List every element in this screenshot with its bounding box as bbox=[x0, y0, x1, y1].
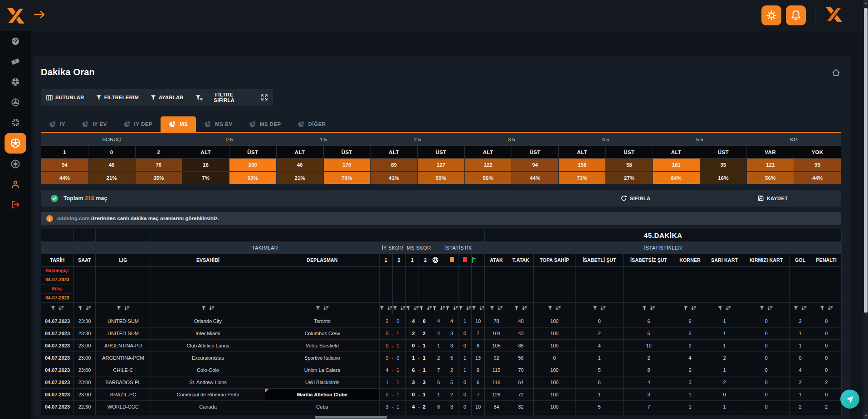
column-filter-icon[interactable] bbox=[642, 306, 647, 311]
save-button[interactable]: KAYDET bbox=[704, 190, 841, 207]
sidebar-item-user[interactable] bbox=[0, 174, 31, 194]
toolbar-button-sütunlar[interactable]: SÜTUNLAR bbox=[46, 95, 84, 101]
match-row[interactable]: 04.07.2023 23:00 ARGENTINA-PD Club Atlet… bbox=[41, 339, 842, 352]
column-sort-icon[interactable] bbox=[427, 305, 432, 311]
sidebar-item-live-soccer[interactable] bbox=[5, 133, 26, 154]
column-filter-cell[interactable] bbox=[472, 302, 485, 315]
column-filter-icon[interactable] bbox=[718, 306, 722, 311]
sidebar-item-ball-gear[interactable] bbox=[0, 154, 31, 174]
column-sort-icon[interactable] bbox=[209, 305, 215, 311]
telegram-fab-button[interactable] bbox=[840, 390, 859, 409]
column-filter-cell[interactable] bbox=[674, 302, 706, 315]
tab-iy-dep[interactable]: IY DEP bbox=[115, 116, 161, 132]
notifications-button[interactable] bbox=[786, 5, 806, 25]
column-filter-cell[interactable] bbox=[458, 302, 472, 315]
tab-ms[interactable]: MS bbox=[161, 116, 196, 132]
column-sort-icon[interactable] bbox=[691, 305, 697, 311]
home-icon[interactable] bbox=[832, 69, 840, 76]
match-row[interactable]: 04.07.2023 23:00 BARBADOS-PL St. Andrew … bbox=[41, 376, 842, 388]
column-sort-icon[interactable] bbox=[59, 305, 64, 311]
column-sort-icon[interactable] bbox=[600, 305, 606, 311]
column-sort-icon[interactable] bbox=[726, 305, 731, 311]
filter-start-date[interactable]: 04-07-2023 bbox=[41, 275, 73, 284]
app-logo[interactable] bbox=[6, 7, 26, 24]
sidebar-toggle-arrow-icon[interactable] bbox=[34, 10, 45, 21]
column-filter-cell[interactable] bbox=[575, 302, 624, 315]
expand-table-button[interactable] bbox=[261, 94, 268, 101]
column-filter-icon[interactable] bbox=[380, 306, 384, 311]
column-filter-icon[interactable] bbox=[548, 306, 552, 311]
column-filter-icon[interactable] bbox=[201, 306, 206, 311]
toolbar-button-ayarlar[interactable]: AYARLAR bbox=[151, 95, 184, 101]
column-filter-icon[interactable] bbox=[316, 306, 320, 311]
match-row[interactable]: 04.07.2023 23:30 UNITED-SUM Orlando City… bbox=[41, 315, 842, 327]
column-filter-icon[interactable] bbox=[593, 306, 597, 311]
column-filter-cell[interactable] bbox=[265, 302, 380, 315]
match-row[interactable]: 04.07.2023 23:00 CHILE-C Colo-Colo Union… bbox=[41, 364, 842, 376]
notice-link[interactable]: oddslog.com bbox=[57, 216, 90, 221]
column-sort-icon[interactable] bbox=[650, 305, 655, 311]
column-filter-cell[interactable] bbox=[74, 302, 96, 315]
sidebar-item-soccer-ball-alt[interactable] bbox=[0, 92, 31, 112]
column-sort-icon[interactable] bbox=[387, 305, 393, 311]
column-filter-cell[interactable] bbox=[432, 302, 445, 315]
column-filter-cell[interactable] bbox=[151, 302, 265, 315]
column-sort-icon[interactable] bbox=[466, 305, 472, 311]
column-sort-icon[interactable] bbox=[479, 305, 485, 311]
column-filter-cell[interactable] bbox=[811, 302, 842, 315]
vertical-scrollbar-thumb[interactable] bbox=[864, 8, 868, 313]
column-filter-icon[interactable] bbox=[432, 306, 437, 311]
column-filter-icon[interactable] bbox=[820, 306, 824, 311]
column-filter-cell[interactable] bbox=[419, 302, 432, 315]
column-sort-icon[interactable] bbox=[440, 305, 445, 311]
column-sort-icon[interactable] bbox=[556, 305, 561, 311]
column-filter-cell[interactable] bbox=[706, 302, 743, 315]
sidebar-item-ticket[interactable] bbox=[0, 51, 31, 72]
column-sort-icon[interactable] bbox=[522, 305, 527, 311]
column-filter-cell[interactable] bbox=[96, 302, 151, 315]
toolbar-button-fi̇ltre-sifirla[interactable]: FİLTRE SIFIRLA bbox=[195, 92, 243, 103]
column-filter-cell[interactable] bbox=[41, 302, 74, 315]
column-filter-cell[interactable] bbox=[380, 302, 393, 315]
column-filter-cell[interactable] bbox=[624, 302, 674, 315]
column-sort-icon[interactable] bbox=[414, 305, 419, 311]
match-table-container[interactable]: 45.DAKİKA TAKIMLAR İY SKOR MS SKOR İSTAT… bbox=[41, 229, 842, 419]
column-sort-icon[interactable] bbox=[323, 305, 329, 311]
column-sort-icon[interactable] bbox=[453, 305, 458, 311]
column-sort-icon[interactable] bbox=[497, 305, 503, 311]
column-filter-icon[interactable] bbox=[794, 306, 798, 311]
column-filter-icon[interactable] bbox=[458, 306, 463, 311]
column-filter-icon[interactable] bbox=[419, 306, 424, 311]
column-sort-icon[interactable] bbox=[767, 305, 773, 311]
match-row[interactable]: 04.07.2023 23:30 UNITED-SUM Inter Miami … bbox=[41, 327, 842, 339]
column-filter-icon[interactable] bbox=[406, 306, 410, 311]
scroll-down-arrow[interactable]: ▼ bbox=[863, 413, 868, 419]
vertical-scrollbar[interactable]: ▲ ▼ bbox=[863, 0, 868, 419]
reset-button[interactable]: SIFIRLA bbox=[567, 190, 704, 207]
column-filter-icon[interactable] bbox=[683, 306, 688, 311]
column-filter-cell[interactable] bbox=[534, 302, 575, 315]
settings-button[interactable] bbox=[761, 5, 781, 25]
column-filter-cell[interactable] bbox=[393, 302, 406, 315]
toolbar-button-fi̇ltreleri̇m[interactable]: FİLTRELERİM bbox=[96, 95, 139, 101]
tab-iy-ev[interactable]: IY EV bbox=[73, 116, 115, 132]
column-filter-cell[interactable] bbox=[406, 302, 419, 315]
match-row[interactable]: 04.07.2023 23:00 ARGENTINA-PCM Excursion… bbox=[41, 352, 842, 364]
column-filter-icon[interactable] bbox=[472, 306, 476, 311]
column-filter-cell[interactable] bbox=[743, 302, 790, 315]
column-filter-icon[interactable] bbox=[760, 306, 764, 311]
column-filter-icon[interactable] bbox=[490, 306, 494, 311]
filter-end-date[interactable]: 04-07-2023 bbox=[41, 294, 73, 302]
tab-iy[interactable]: IY bbox=[41, 116, 73, 132]
column-sort-icon[interactable] bbox=[400, 305, 406, 311]
column-sort-icon[interactable] bbox=[86, 305, 91, 311]
column-filter-cell[interactable] bbox=[508, 302, 534, 315]
column-filter-icon[interactable] bbox=[393, 306, 397, 311]
tab-ms-dep[interactable]: MS DEP bbox=[241, 116, 289, 132]
scroll-up-arrow[interactable]: ▲ bbox=[863, 0, 868, 6]
tab-ms-ev[interactable]: MS EV bbox=[196, 116, 240, 132]
sidebar-item-basketball[interactable] bbox=[0, 112, 31, 133]
sidebar-item-speedometer[interactable] bbox=[0, 31, 31, 51]
column-filter-cell[interactable] bbox=[790, 302, 811, 315]
sidebar-item-logout[interactable] bbox=[0, 194, 31, 215]
